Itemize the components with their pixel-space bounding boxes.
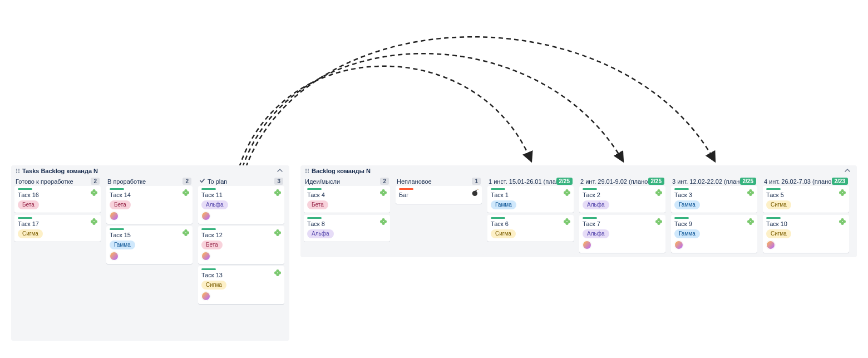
column-header[interactable]: Идеи/мысли2 — [302, 175, 392, 186]
svg-point-39 — [308, 172, 309, 173]
svg-point-65 — [659, 220, 662, 223]
card-tag: Альфа — [201, 200, 228, 209]
chevron-up-icon[interactable] — [842, 168, 852, 174]
task-card[interactable]: Таск 9Гамма — [671, 215, 757, 253]
card-tag: Сигма — [18, 229, 43, 238]
card-title: Таск 9 — [674, 220, 754, 227]
board-header[interactable]: Backlog команды N — [300, 165, 857, 175]
svg-point-33 — [278, 271, 281, 274]
drag-handle-icon[interactable] — [16, 168, 20, 174]
column-header[interactable]: 1 инст. 15.01-26.01 (плановое)2/25 — [485, 175, 576, 186]
task-card[interactable]: Таск 5Сигма — [763, 186, 849, 213]
task-card[interactable]: Таск 17Сигма — [14, 215, 101, 242]
card-tag: Бета — [307, 200, 328, 209]
task-card[interactable]: Таск 4Бета — [304, 186, 390, 213]
column-title: 3 инт. 12.02-22.02 (плановое) — [672, 178, 740, 185]
card-title: Баг — [399, 192, 479, 198]
card-status-bar — [583, 188, 597, 190]
card-title: Таск 3 — [674, 192, 754, 198]
column-count: 2/23 — [832, 178, 848, 185]
svg-point-72 — [747, 220, 750, 223]
column-header[interactable]: 4 инт. 26.02-7.03 (плановое)2/23 — [761, 175, 851, 186]
task-card[interactable]: Таск 2Альфа — [579, 186, 665, 213]
card-title: Таск 1 — [491, 192, 570, 198]
task-card[interactable]: Таск 16Бета — [14, 186, 101, 213]
card-status-bar — [110, 188, 124, 190]
task-card[interactable]: Таск 13Сигма — [198, 266, 284, 304]
svg-point-57 — [568, 220, 570, 223]
column-title: Готово к проработке — [16, 178, 73, 185]
task-card[interactable]: Таск 3Гамма — [671, 186, 757, 213]
column-count: 2 — [183, 178, 191, 185]
column-title: В проработке — [107, 178, 146, 185]
chevron-up-icon[interactable] — [275, 168, 285, 174]
column: 3 инт. 12.02-22.02 (плановое)2/25Таск 3Г… — [669, 175, 760, 255]
clover-icon — [563, 217, 571, 226]
assignee-avatar[interactable] — [110, 212, 119, 220]
column: Идеи/мысли2Таск 4БетаТаск 8Альфа — [302, 175, 392, 255]
card-title: Таск 10 — [766, 220, 846, 227]
column-header[interactable]: Готово к проработке2 — [12, 175, 103, 186]
svg-point-9 — [95, 191, 97, 194]
card-tag: Сигма — [766, 200, 791, 209]
card-list: Таск 4БетаТаск 8Альфа — [302, 186, 392, 244]
column-count: 2/25 — [740, 178, 756, 185]
task-card[interactable]: Таск 7Альфа — [579, 215, 665, 253]
card-list: Таск 2АльфаТаск 7Альфа — [577, 186, 668, 255]
svg-point-60 — [655, 191, 658, 194]
board-tasks-backlog: Tasks Backlog команда N Готово к прорабо… — [11, 165, 289, 341]
column-title: 4 инт. 26.02-7.03 (плановое) — [764, 178, 832, 185]
assignee-avatar[interactable] — [201, 212, 210, 220]
card-list: Баг — [393, 186, 484, 206]
card-status-bar — [110, 228, 124, 230]
clover-icon — [746, 217, 755, 226]
column-header[interactable]: 2 инт. 29.01-9.02 (плановое)2/25 — [577, 175, 668, 186]
card-status-bar — [18, 188, 32, 190]
task-card[interactable]: Таск 6Сигма — [487, 215, 574, 242]
task-card[interactable]: Таск 12Бета — [198, 226, 284, 264]
svg-point-77 — [843, 191, 846, 194]
svg-point-24 — [274, 191, 277, 194]
column-title: Идеи/мысли — [305, 178, 340, 185]
svg-point-25 — [278, 191, 281, 194]
assignee-avatar[interactable] — [766, 241, 775, 249]
clover-icon — [273, 228, 282, 237]
task-card[interactable]: Таск 11Альфа — [198, 186, 284, 224]
card-title: Таск 16 — [18, 192, 97, 198]
svg-point-43 — [384, 191, 387, 194]
column-header[interactable]: В проработке2 — [104, 175, 195, 186]
card-list: Таск 16БетаТаск 17Сигма — [12, 186, 103, 244]
column-header[interactable]: To plan3 — [196, 175, 287, 186]
column-header[interactable]: 3 инт. 12.02-22.02 (плановое)2/25 — [669, 175, 760, 186]
task-card[interactable]: Таск 15Гамма — [106, 226, 193, 264]
assignee-avatar[interactable] — [674, 241, 683, 249]
svg-rect-49 — [475, 190, 477, 192]
card-status-bar — [674, 188, 689, 190]
column-header[interactable]: Неплановое1 — [393, 175, 484, 186]
card-title: Таск 8 — [307, 220, 387, 227]
card-title: Таск 12 — [201, 232, 281, 238]
column-count: 2 — [380, 178, 389, 185]
board-columns: Готово к проработке2Таск 16БетаТаск 17Си… — [11, 175, 289, 308]
svg-point-46 — [380, 220, 383, 223]
task-card[interactable]: Таск 14Бета — [106, 186, 193, 224]
card-status-bar — [201, 268, 216, 270]
assignee-avatar[interactable] — [583, 241, 591, 249]
board-title: Backlog команды N — [312, 168, 371, 174]
task-card[interactable]: Таск 1Гамма — [487, 186, 574, 213]
card-status-bar — [399, 188, 413, 190]
column: Неплановое1Баг — [393, 175, 484, 255]
assignee-avatar[interactable] — [201, 292, 210, 301]
drag-handle-icon[interactable] — [305, 168, 309, 174]
assignee-avatar[interactable] — [110, 252, 119, 261]
card-list: Таск 5СигмаТаск 10Сигма — [761, 186, 851, 255]
assignee-avatar[interactable] — [201, 252, 210, 261]
column: Готово к проработке2Таск 16БетаТаск 17Си… — [12, 175, 103, 306]
clover-icon — [654, 217, 663, 226]
task-card[interactable]: Таск 8Альфа — [304, 215, 390, 242]
board-header[interactable]: Tasks Backlog команда N — [11, 165, 289, 175]
task-card[interactable]: Баг — [396, 186, 482, 204]
card-title: Таск 6 — [491, 220, 570, 227]
task-card[interactable]: Таск 10Сигма — [763, 215, 849, 253]
clover-icon — [746, 188, 755, 197]
